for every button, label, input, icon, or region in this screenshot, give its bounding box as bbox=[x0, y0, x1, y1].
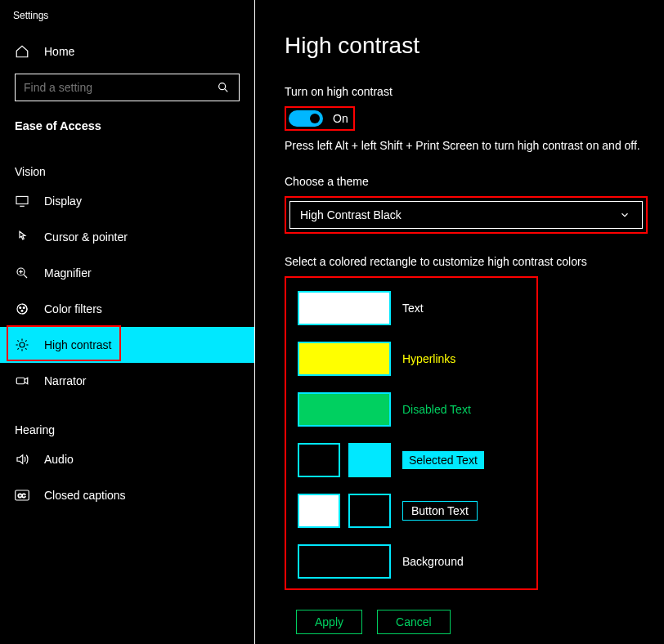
label-selected-text: Selected Text bbox=[402, 451, 484, 469]
narrator-icon bbox=[15, 373, 29, 388]
swatch-hyperlinks[interactable] bbox=[298, 342, 391, 376]
main-pane: High contrast Turn on high contrast On P… bbox=[255, 0, 664, 644]
svg-point-9 bbox=[20, 307, 21, 309]
sidebar-item-label: Narrator bbox=[44, 374, 86, 387]
closed-captions-icon: CC bbox=[15, 488, 29, 503]
home-label: Home bbox=[44, 45, 74, 58]
svg-line-20 bbox=[25, 340, 27, 342]
svg-line-17 bbox=[17, 340, 19, 342]
high-contrast-icon bbox=[15, 338, 29, 352]
toggle-label: Turn on high contrast bbox=[285, 85, 648, 98]
home-nav[interactable]: Home bbox=[0, 36, 254, 67]
sidebar-item-label: Color filters bbox=[44, 302, 102, 315]
svg-line-1 bbox=[225, 89, 228, 92]
color-customize-area: Text Hyperlinks Disabled Text Selected T… bbox=[285, 276, 538, 590]
search-input[interactable] bbox=[24, 81, 216, 94]
swatch-selected-text-fg[interactable] bbox=[298, 443, 340, 477]
theme-label: Choose a theme bbox=[285, 175, 648, 188]
swatch-button-text-bg[interactable] bbox=[348, 494, 391, 528]
customize-label: Select a colored rectangle to customize … bbox=[285, 255, 648, 268]
search-icon bbox=[216, 80, 231, 95]
svg-rect-2 bbox=[16, 196, 28, 203]
chevron-down-icon bbox=[617, 208, 632, 222]
swatch-button-text-fg[interactable] bbox=[298, 494, 340, 528]
sidebar-item-narrator[interactable]: Narrator bbox=[0, 363, 254, 399]
svg-point-10 bbox=[23, 307, 25, 309]
sidebar-item-label: Closed captions bbox=[44, 489, 126, 502]
sidebar-item-display[interactable]: Display bbox=[0, 183, 254, 219]
sidebar-item-high-contrast[interactable]: High contrast bbox=[0, 327, 254, 363]
label-button-text: Button Text bbox=[402, 501, 478, 521]
apply-button[interactable]: Apply bbox=[296, 610, 362, 634]
toggle-hint: Press left Alt + left Shift + Print Scre… bbox=[285, 139, 648, 152]
category-hearing: Hearing bbox=[0, 399, 254, 441]
section-title: Ease of Access bbox=[0, 101, 254, 141]
swatch-selected-text-bg[interactable] bbox=[348, 443, 391, 477]
color-filters-icon bbox=[15, 302, 29, 316]
label-text: Text bbox=[402, 302, 424, 315]
sidebar-item-label: Cursor & pointer bbox=[44, 230, 128, 244]
cancel-button[interactable]: Cancel bbox=[377, 610, 451, 634]
search-box[interactable] bbox=[15, 74, 240, 101]
label-hyperlinks: Hyperlinks bbox=[402, 352, 455, 365]
magnifier-icon bbox=[15, 266, 29, 280]
sidebar-item-color-filters[interactable]: Color filters bbox=[0, 291, 254, 327]
toggle-state: On bbox=[333, 112, 348, 125]
svg-point-11 bbox=[21, 310, 23, 311]
theme-value: High Contrast Black bbox=[300, 208, 402, 221]
category-vision: Vision bbox=[0, 141, 254, 183]
cursor-pointer-icon bbox=[15, 230, 29, 244]
theme-dropdown[interactable]: High Contrast Black bbox=[289, 201, 643, 229]
swatch-disabled-text[interactable] bbox=[298, 392, 391, 427]
sidebar-item-label: Display bbox=[44, 195, 82, 208]
svg-rect-21 bbox=[16, 378, 25, 384]
sidebar-item-label: Magnifier bbox=[44, 266, 92, 280]
window-title: Settings bbox=[0, 10, 254, 36]
page-title: High contrast bbox=[285, 33, 648, 59]
svg-line-18 bbox=[25, 348, 27, 350]
sidebar: Settings Home Ease of Access Vision Di bbox=[0, 0, 255, 644]
svg-point-0 bbox=[219, 83, 226, 90]
sidebar-item-magnifier[interactable]: Magnifier bbox=[0, 255, 254, 291]
sidebar-item-audio[interactable]: Audio bbox=[0, 441, 254, 477]
label-background: Background bbox=[402, 555, 464, 568]
svg-point-12 bbox=[20, 342, 25, 347]
label-disabled-text: Disabled Text bbox=[402, 403, 471, 416]
svg-line-19 bbox=[17, 348, 19, 350]
sidebar-item-label: Audio bbox=[44, 453, 74, 466]
home-icon bbox=[15, 44, 29, 59]
swatch-background[interactable] bbox=[298, 544, 391, 579]
svg-text:CC: CC bbox=[18, 493, 26, 499]
sidebar-item-cursor-pointer[interactable]: Cursor & pointer bbox=[0, 219, 254, 255]
swatch-text[interactable] bbox=[298, 291, 391, 325]
svg-line-5 bbox=[24, 275, 27, 278]
audio-icon bbox=[15, 452, 29, 467]
sidebar-item-label: High contrast bbox=[44, 338, 111, 351]
monitor-icon bbox=[15, 194, 29, 208]
sidebar-item-closed-captions[interactable]: CC Closed captions bbox=[0, 477, 254, 513]
high-contrast-toggle[interactable] bbox=[289, 110, 323, 127]
